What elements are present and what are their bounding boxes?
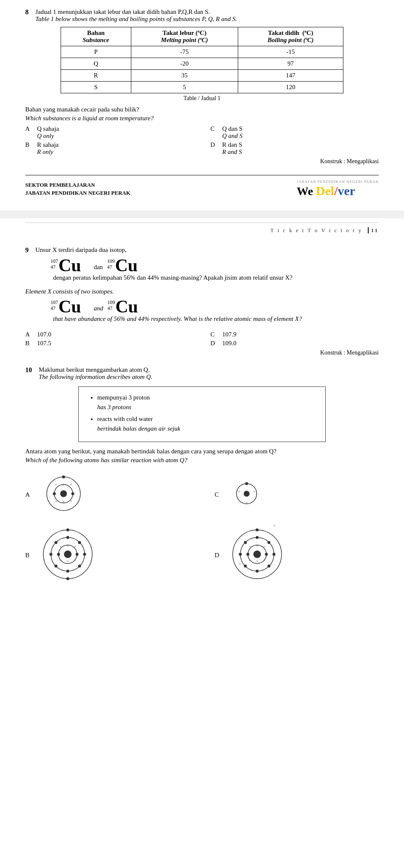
svg-point-27 [66,570,69,573]
svg-text:×: × [70,482,72,487]
svg-point-0 [60,490,67,497]
svg-text:×: × [70,499,72,503]
svg-text:×: × [55,499,57,503]
q10-info-box: mempunyai 3 proton has 3 protons reacts … [78,386,326,442]
svg-point-48 [256,536,259,539]
q10-atom-options: A × [25,471,379,583]
table-row-S: S5120 [61,82,343,93]
page-2: T i c k e t T o V i c t o r y 11 9 Unsur… [0,218,404,606]
svg-text:×: × [245,500,247,505]
svg-text:×: × [239,561,241,566]
q10-number: 10 [25,366,32,374]
svg-point-22 [76,553,79,556]
svg-point-14 [245,482,248,485]
q9-option-D: D 109.0 [210,340,379,347]
svg-point-50 [268,541,271,544]
page-header: T i c k e t T o V i c t o r y 11 [25,227,379,234]
svg-point-3 [72,492,74,495]
svg-point-54 [256,529,259,532]
question-9: 9 Unsur X terdiri daripada dua isotop, 1… [25,246,379,356]
q9-number: 9 [25,246,29,254]
svg-text:×: × [238,490,240,494]
atom-diagram-A: × × × × × × [40,471,87,519]
q8-malay-text: Jadual 1 menunjukkan takat lebur dan tak… [35,8,379,23]
svg-point-53 [244,565,247,568]
svg-text:×: × [62,500,64,504]
page-divider [25,222,379,223]
q9-option-A: A 107.0 [25,331,194,338]
svg-point-47 [239,553,242,556]
svg-text:×: × [59,545,61,549]
q8-options: A Q sahaja Q only C Q dan S Q and S B R … [25,125,379,156]
svg-point-24 [83,553,86,556]
svg-text:×: × [256,544,258,548]
page-gap [0,211,404,218]
q9-isotope-malay: 107 47 Cu dan 109 47 Cu dengan peratus k… [50,257,379,285]
svg-point-52 [268,565,271,568]
atom-diagram-C: × × × [230,477,263,512]
atom-option-B: B [25,527,189,583]
svg-text:×: × [253,490,255,494]
col-takat-lebur: Takat lebur (ºC) Melting point (ºC) [131,27,238,46]
atom-diagram-D: × × × × × × × × [230,527,284,583]
question-8: 8 Jadual 1 menunjukkan takat lebur dan t… [25,8,379,165]
svg-point-25 [50,553,53,556]
q8-question-malay: Bahan yang manakah cecair pada suhu bili… [25,106,379,113]
table-row-Q: Q-2097 [61,58,343,70]
svg-point-5 [62,476,65,479]
footer-logo: We Del/ver [297,184,379,198]
svg-point-28 [78,541,81,544]
svg-text:×: × [55,482,57,487]
svg-text:×: × [66,544,69,548]
q10-malay-text: Maklumat berikut menggambarkan atom Q. T… [39,366,379,381]
svg-text:×: × [249,545,251,549]
q9-option-C: C 107.9 [210,331,379,338]
q9-isotope-english: 107 47 Cu and 109 47 Cu that have abunda… [50,298,379,326]
info-item-1: mempunyai 3 proton has 3 protons [97,393,313,412]
svg-point-33 [66,577,69,580]
svg-point-4 [53,492,56,495]
info-list: mempunyai 3 proton has 3 protons reacts … [89,393,313,433]
table-row-R: R35147 [61,70,343,82]
option-B: B R sahaja R only [25,141,194,156]
svg-text:×: × [62,483,64,487]
q8-table: Bahan Substance Takat lebur (ºC) Melting… [61,27,343,93]
option-A: A Q sahaja Q only [25,125,194,140]
atom-diagram-B: × × × × × × [40,527,95,583]
atom-option-A: A × [25,471,189,519]
svg-point-45 [247,553,250,556]
svg-point-32 [66,529,69,532]
svg-point-12 [244,491,250,497]
q8-header: 8 Jadual 1 menunjukkan takat lebur dan t… [25,8,379,23]
page-number: 11 [368,227,379,233]
svg-text:×: × [59,558,61,562]
svg-text:×: × [263,545,265,549]
q10-question-english: Which of the following atoms has similar… [25,457,379,464]
isotope-1-english: 107 47 Cu [50,298,81,315]
q8-question-english: Which substances is a liquid at room tem… [25,115,379,122]
svg-point-18 [64,550,72,558]
svg-point-29 [55,541,58,544]
question-10: 10 Maklumat berikut menggambarkan atom Q… [25,366,379,583]
svg-text:×: × [74,545,76,549]
option-C: C Q dan S Q and S [210,125,379,140]
table-row-P: P-75-15 [61,46,343,58]
svg-text:×: × [263,558,265,562]
q9-options: A 107.0 C 107.9 B 107.5 D 109.0 [25,331,379,347]
q9-malay-text: Unsur X terdiri daripada dua isotop, [35,246,379,254]
svg-text:×: × [74,558,76,562]
svg-text:×: × [249,558,251,562]
info-item-2: reacts with cold water bertindak balas d… [97,414,313,433]
footer-logo-block: JABATAN PENDIDIKAN NEGERI PERAK We Del/v… [297,180,379,198]
svg-point-40 [253,550,261,558]
svg-point-23 [57,553,60,556]
option-D: D R dan S R and S [210,141,379,156]
isotope-2-malay: 109 47 Cu [107,257,138,274]
svg-point-51 [244,541,247,544]
q9-construct: Konstruk : Mengaplikasi [25,349,379,356]
q10-question-malay: Antara atom yang berikut, yang manakah b… [25,448,379,455]
q9-header: 9 Unsur X terdiri daripada dua isotop, [25,246,379,254]
svg-text:×: × [256,559,258,563]
page-1: 8 Jadual 1 menunjukkan takat lebur dan t… [0,0,404,211]
svg-point-49 [256,570,259,573]
